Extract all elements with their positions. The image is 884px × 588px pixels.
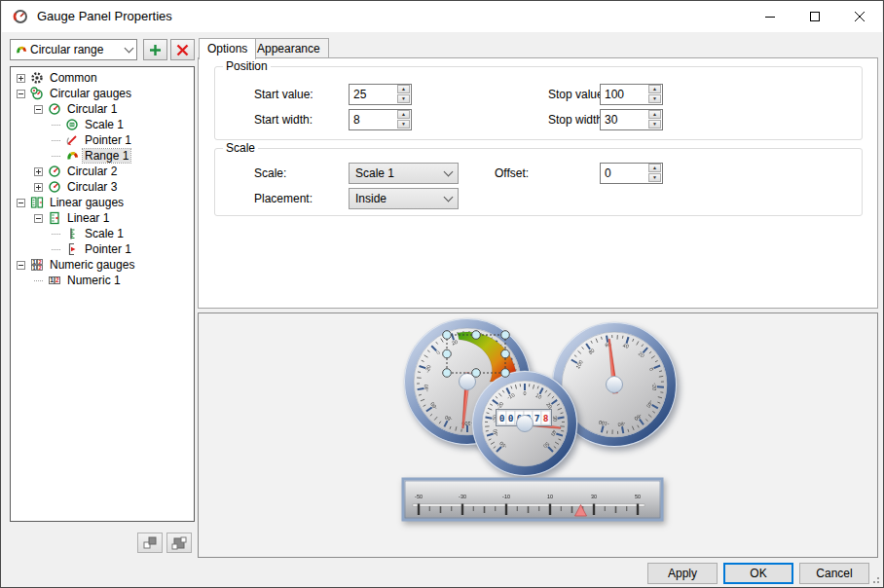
stop-value-down-icon[interactable]: ▼ xyxy=(648,94,661,103)
offset-field: ▲▼ xyxy=(600,163,663,184)
title-bar[interactable]: Gauge Panel Properties xyxy=(2,1,882,32)
tree-item-label: Circular 3 xyxy=(65,180,119,194)
tree-item-label: Circular 1 xyxy=(65,102,119,116)
circular-gauge-icon xyxy=(48,102,61,116)
tree-item-label: Numeric 1 xyxy=(65,274,123,287)
maximize-button[interactable] xyxy=(793,1,837,32)
tab-appearance[interactable]: Appearance xyxy=(248,38,329,58)
tree-item-label: Scale 1 xyxy=(83,118,126,131)
start-value-up-icon[interactable]: ▲ xyxy=(397,85,410,93)
gauge-elements-tree[interactable]: CommonCircular gaugesCircular 1Scale 1Po… xyxy=(10,66,195,522)
tree-item-linear-gauges[interactable]: Linear gauges xyxy=(11,195,194,210)
collapse-icon[interactable] xyxy=(17,199,25,207)
tree-item-linear-1-scale-1[interactable]: Scale 1 xyxy=(11,226,194,241)
offset-input[interactable] xyxy=(601,164,647,183)
close-button[interactable] xyxy=(838,1,882,32)
collapse-icon[interactable] xyxy=(34,214,43,223)
svg-text:-10: -10 xyxy=(502,494,510,499)
svg-text:0: 0 xyxy=(524,390,527,396)
tree-item-circular-3[interactable]: Circular 3 xyxy=(11,179,194,195)
scale-label: Scale: xyxy=(254,163,286,184)
tree-item-label: Numeric gauges xyxy=(48,258,136,272)
tree-item-linear-1-pointer-1[interactable]: Pointer 1 xyxy=(11,241,194,257)
tree-item-label: Pointer 1 xyxy=(83,133,133,147)
selection-handle[interactable] xyxy=(472,369,481,378)
minimize-button[interactable] xyxy=(749,1,792,32)
stop-width-up-icon[interactable]: ▲ xyxy=(648,110,661,119)
apply-button[interactable]: Apply xyxy=(647,563,718,584)
bring-to-front-button[interactable] xyxy=(137,533,163,553)
selection-handle[interactable] xyxy=(443,369,452,378)
send-to-back-button[interactable] xyxy=(166,533,192,553)
start-value-down-icon[interactable]: ▼ xyxy=(397,94,410,103)
offset-down-icon[interactable]: ▼ xyxy=(648,173,661,182)
element-type-value: Circular range xyxy=(27,43,126,56)
ok-button[interactable]: OK xyxy=(723,563,793,584)
tree-item-numeric-1[interactable]: 12Numeric 1 xyxy=(11,273,194,288)
tree-connector xyxy=(52,156,60,157)
chevron-down-icon xyxy=(444,166,454,176)
gauge-preview-panel[interactable]: -100-80-60-40-20020406080100-100-80-60-4… xyxy=(198,312,878,558)
tree-item-common[interactable]: Common xyxy=(11,70,194,86)
tree-connector xyxy=(52,234,60,235)
circular-gauge-icon xyxy=(48,180,61,194)
position-group-title: Position xyxy=(223,59,271,73)
selection-handle[interactable] xyxy=(443,349,452,358)
circular-gauge-2[interactable]: -50-40-30-20-1001020304050000278 xyxy=(472,371,577,476)
collapse-icon[interactable] xyxy=(17,261,25,270)
offset-up-icon[interactable]: ▲ xyxy=(648,164,661,172)
selection-handle[interactable] xyxy=(501,369,510,378)
odometer-digit: 7 xyxy=(534,413,540,423)
stop-value-input[interactable] xyxy=(601,85,647,104)
selection-handle[interactable] xyxy=(443,331,452,340)
chevron-down-icon xyxy=(125,43,134,53)
stop-width-down-icon[interactable]: ▼ xyxy=(648,120,661,129)
tab-options[interactable]: Options xyxy=(199,38,256,59)
svg-text:-30: -30 xyxy=(459,494,466,499)
collapse-icon[interactable] xyxy=(34,105,43,114)
expand-icon[interactable] xyxy=(34,183,43,192)
tree-connector xyxy=(34,280,43,281)
gear-icon xyxy=(30,71,44,85)
delete-element-button[interactable] xyxy=(170,39,195,60)
window-title: Gauge Panel Properties xyxy=(37,1,172,32)
tree-item-circular-gauges[interactable]: Circular gauges xyxy=(11,86,194,101)
cancel-button[interactable]: Cancel xyxy=(799,563,869,584)
linear-gauges-icon xyxy=(30,196,44,209)
start-width-input[interactable] xyxy=(350,110,396,129)
gauge-hub xyxy=(607,377,623,393)
tree-item-label: Range 1 xyxy=(83,149,130,163)
odometer-digit: 0 xyxy=(508,413,514,423)
stop-value-up-icon[interactable]: ▲ xyxy=(648,85,661,93)
expand-icon[interactable] xyxy=(34,167,43,176)
add-element-button[interactable] xyxy=(143,39,167,60)
placement-label: Placement: xyxy=(254,188,313,209)
tree-item-linear-1[interactable]: Linear 1 xyxy=(11,210,194,226)
tree-item-circular-1-pointer-1[interactable]: Pointer 1 xyxy=(11,132,194,148)
start-value-input[interactable] xyxy=(350,85,396,104)
stop-width-field: ▲▼ xyxy=(600,109,663,130)
scale-group-title: Scale xyxy=(223,141,258,155)
placement-select[interactable]: Inside xyxy=(349,188,459,209)
tree-item-circular-1-scale-1[interactable]: Scale 1 xyxy=(11,117,194,132)
selection-handle[interactable] xyxy=(501,349,510,358)
svg-text:30: 30 xyxy=(591,494,597,499)
tree-item-circular-1-range-1[interactable]: Range 1 xyxy=(11,148,194,164)
collapse-icon[interactable] xyxy=(17,90,25,98)
tree-item-numeric-gauges[interactable]: 1212Numeric gauges xyxy=(11,257,194,273)
selection-handle[interactable] xyxy=(501,331,510,340)
tree-item-circular-1[interactable]: Circular 1 xyxy=(11,101,194,117)
tree-item-label: Circular 2 xyxy=(65,165,119,178)
linear-gauge-1[interactable]: -50-30-10103050 xyxy=(403,479,662,520)
app-gauge-icon xyxy=(13,9,28,24)
tree-item-circular-2[interactable]: Circular 2 xyxy=(11,164,194,179)
element-type-select[interactable]: Circular range xyxy=(10,39,137,60)
send-to-back-icon xyxy=(171,536,187,550)
stop-width-input[interactable] xyxy=(601,110,647,129)
selection-handle[interactable] xyxy=(472,331,481,340)
start-width-up-icon[interactable]: ▲ xyxy=(397,110,410,119)
scale-select[interactable]: Scale 1 xyxy=(349,163,459,184)
start-width-down-icon[interactable]: ▼ xyxy=(397,120,410,129)
resize-grip[interactable] xyxy=(870,574,880,584)
expand-icon[interactable] xyxy=(17,74,25,83)
